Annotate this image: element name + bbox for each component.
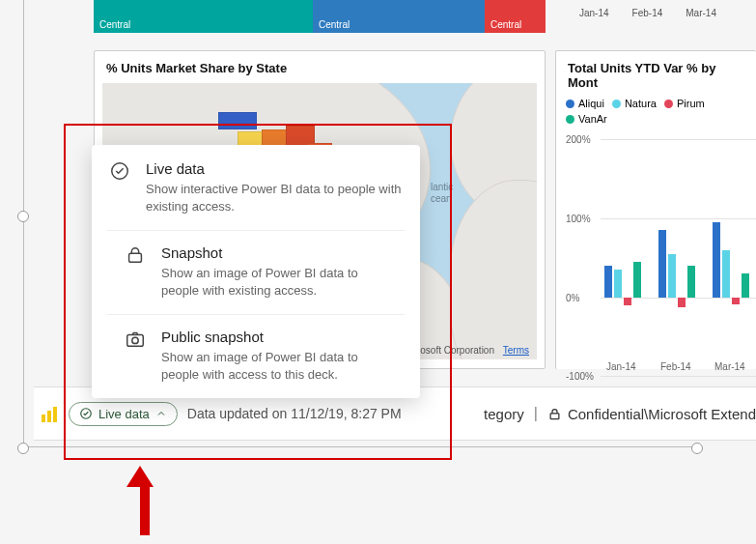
legend-item-natura[interactable]: Natura	[612, 98, 657, 109]
bar[interactable]	[668, 254, 676, 298]
option-snapshot[interactable]: Snapshot Show an image of Power BI data …	[107, 230, 405, 314]
option-title: Snapshot	[161, 244, 387, 261]
chip-label: Live data	[98, 407, 150, 421]
bar[interactable]	[732, 298, 740, 304]
chart-tile[interactable]: Total Units YTD Var % by Mont Aliqui Nat…	[555, 50, 756, 369]
legend: Aliqui Natura Pirum VanAr	[556, 98, 756, 129]
gridline	[601, 376, 756, 377]
bar[interactable]	[633, 262, 641, 298]
bar[interactable]	[604, 266, 612, 298]
choropleth-cell[interactable]	[218, 112, 257, 129]
option-public-snapshot[interactable]: Public snapshot Show an image of Power B…	[107, 314, 405, 398]
bar[interactable]	[624, 298, 631, 305]
chevron-up-icon	[155, 408, 167, 419]
lock-icon	[547, 407, 562, 421]
x-tick: Mar-14	[714, 361, 745, 372]
canvas: Central Central Central Jan-14 Feb-14 Ma…	[0, 0, 756, 544]
bar[interactable]	[614, 270, 622, 298]
x-tick: Jan-14	[606, 361, 636, 372]
svg-rect-3	[129, 253, 142, 262]
legend-label: Pirum	[677, 98, 705, 109]
tile-title: Total Units YTD Var % by Mont	[556, 51, 756, 98]
sensitivity-label[interactable]: Confidential\Microsoft Extend	[547, 406, 756, 422]
option-live-data[interactable]: Live data Show interactive Power BI data…	[92, 145, 420, 230]
bar[interactable]	[687, 266, 695, 298]
segment-label: Central	[99, 19, 130, 30]
x-tick: Feb-14	[660, 361, 691, 372]
ocean-label: lantic cean	[431, 182, 453, 205]
tick-label: Feb-14	[632, 8, 663, 18]
segment-central-c[interactable]: Central	[485, 0, 546, 33]
bars-group: Jan-14 Feb-14 Mar-14	[601, 134, 756, 376]
selection-handle[interactable]	[17, 211, 29, 222]
copyright-text: osoft Corporation	[420, 345, 494, 356]
legend-dot-icon	[566, 100, 574, 108]
region-bar: Central Central Central	[94, 0, 546, 33]
svg-rect-4	[127, 335, 144, 347]
camera-icon	[125, 329, 146, 350]
updated-text: Data updated on 11/12/19, 8:27 PM	[187, 406, 402, 421]
landmass	[450, 180, 537, 359]
terms-link[interactable]: Terms	[503, 345, 529, 356]
selection-handle[interactable]	[17, 443, 29, 454]
data-mode-popover: Live data Show interactive Power BI data…	[92, 145, 420, 398]
legend-dot-icon	[664, 100, 673, 108]
lock-icon	[125, 244, 146, 266]
separator: |	[534, 405, 538, 422]
plot-area: 200% 100% 0% -100%	[562, 134, 756, 376]
tick-label: Mar-14	[686, 8, 716, 18]
y-tick: -100%	[566, 371, 594, 382]
option-title: Public snapshot	[161, 329, 387, 345]
legend-item-vanar[interactable]: VanAr	[566, 113, 607, 125]
segment-label: Central	[490, 19, 521, 30]
option-desc: Show an image of Power BI data to people…	[161, 265, 387, 299]
category-label: tegory	[484, 406, 524, 422]
legend-item-aliqui[interactable]: Aliqui	[566, 98, 604, 109]
sensitivity-text: Confidential\Microsoft Extend	[568, 406, 756, 422]
tile-title: % Units Market Share by State	[95, 51, 545, 83]
tick-label: Jan-14	[579, 8, 609, 18]
live-data-chip[interactable]: Live data	[69, 402, 178, 426]
y-tick: 200%	[566, 134, 591, 145]
bar[interactable]	[742, 273, 749, 298]
checkmark-circle-icon	[79, 407, 93, 420]
svg-point-5	[132, 337, 138, 343]
bar[interactable]	[678, 298, 686, 307]
selection-handle[interactable]	[691, 443, 703, 454]
segment-central-b[interactable]: Central	[313, 0, 485, 33]
bar[interactable]	[713, 222, 720, 298]
svg-rect-1	[550, 413, 559, 418]
legend-item-pirum[interactable]: Pirum	[664, 98, 705, 109]
legend-label: VanAr	[578, 113, 607, 125]
segment-label: Central	[319, 19, 350, 30]
y-tick: 0%	[566, 293, 579, 303]
option-title: Live data	[146, 160, 403, 177]
powerbi-logo-icon	[42, 405, 59, 422]
segment-central-a[interactable]: Central	[94, 0, 313, 33]
y-tick: 100%	[566, 214, 591, 224]
category-indicator[interactable]: tegory	[484, 406, 524, 422]
map-credits: osoft Corporation Terms	[420, 345, 529, 356]
option-desc: Show interactive Power BI data to people…	[146, 181, 403, 215]
legend-label: Aliqui	[578, 98, 604, 109]
option-desc: Show an image of Power BI data to people…	[161, 349, 387, 383]
legend-dot-icon	[612, 100, 621, 108]
top-chart-axis: Jan-14 Feb-14 Mar-14	[579, 8, 753, 18]
legend-dot-icon	[566, 115, 574, 124]
selection-edge-bottom	[23, 446, 699, 447]
annotation-arrow-icon	[135, 466, 154, 535]
bar[interactable]	[658, 230, 666, 298]
bar[interactable]	[722, 250, 730, 298]
checkmark-circle-icon	[109, 160, 130, 182]
legend-label: Natura	[625, 98, 657, 109]
selection-edge-left	[23, 0, 24, 446]
